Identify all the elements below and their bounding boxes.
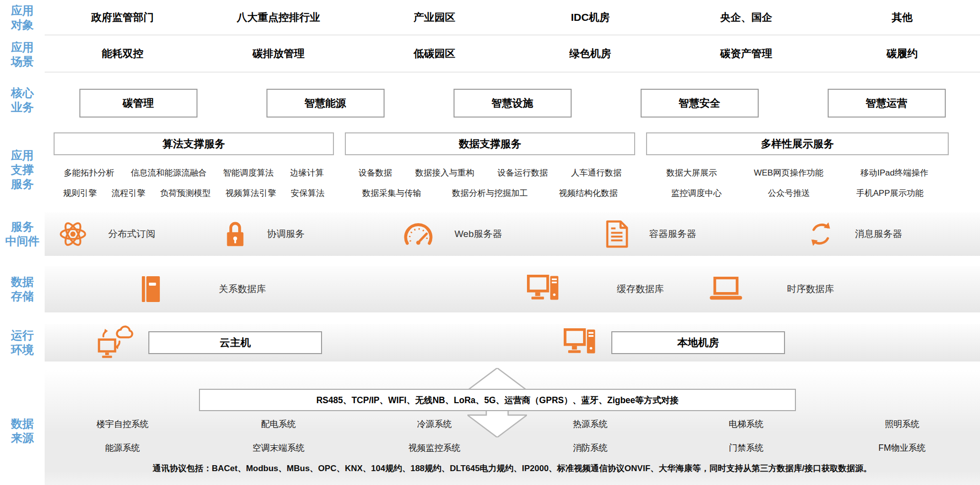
source-system-item: 电梯系统 (668, 418, 824, 430)
layer-label-support-services: 应用支撑服务 (0, 127, 45, 212)
core-business-box: 智慧运营 (828, 89, 946, 118)
middleware-item-distributed-subscription: 分布式订阅 (59, 212, 155, 256)
atom-icon (59, 220, 87, 248)
support-group-title: 算法支撑服务 (54, 132, 334, 155)
core-business-box: 智慧安全 (641, 89, 759, 118)
layer-label-middleware: 服务中间件 (0, 212, 45, 256)
storage-item-relational-db: 关系数据库 (140, 266, 266, 312)
layer-data-storage: 数据存储 关系数据库 缓存数据库 时序数据库 (0, 266, 980, 312)
application-scenario-item: 碳排放管理 (200, 47, 356, 61)
middleware-label: 消息服务器 (855, 228, 902, 241)
gauge-icon (403, 222, 434, 246)
connection-methods-box: RS485、TCP/IP、WIFI、无线NB、LoRa、5G、运营商（GPRS）… (199, 389, 796, 411)
support-item: 手机APP展示功能 (856, 187, 923, 199)
protocol-note: 通讯协议包括：BACet、Modbus、MBus、OPC、KNX、104规约、1… (45, 463, 980, 474)
application-object-item: 央企、国企 (668, 10, 824, 24)
storage-item-cache-db: 缓存数据库 (527, 266, 664, 312)
support-item: 安保算法 (291, 187, 325, 199)
source-system-item: 消防系统 (512, 442, 668, 454)
support-item: 多能拓扑分析 (64, 167, 115, 179)
sync-icon (807, 221, 834, 247)
source-system-item: 视频监控系统 (356, 442, 512, 454)
application-object-item: 政府监管部门 (45, 10, 200, 24)
document-icon (605, 220, 628, 248)
source-system-item: 楼宇自控系统 (45, 418, 200, 430)
middleware-label: 容器服务器 (649, 228, 696, 241)
layer-label-runtime-environment: 运行环境 (0, 324, 45, 362)
core-business-box: 智慧能源 (266, 89, 385, 118)
support-group-title: 数据支撑服务 (345, 132, 635, 155)
support-item: 流程引擎 (112, 187, 145, 199)
layer-label-data-storage: 数据存储 (0, 266, 45, 312)
support-item: 监控调度中心 (671, 187, 721, 199)
source-system-item: 照明系统 (824, 418, 980, 430)
runtime-box-cloud-host: 云主机 (148, 331, 322, 354)
application-object-item: IDC机房 (512, 10, 668, 24)
support-item: 设备运行数据 (497, 167, 548, 179)
layer-support-services: 应用支撑服务 算法支撑服务 多能拓扑分析信息流和能源流融合智能调度算法边缘计算 … (0, 127, 980, 212)
middleware-item-coordination-service: 协调服务 (224, 212, 305, 256)
support-item: 视频结构化数据 (559, 187, 618, 199)
support-item: 视频算法引擎 (225, 187, 276, 199)
support-item: 移动IPad终端操作 (860, 167, 928, 179)
runtime-item-cloud-host: 云主机 (97, 324, 322, 362)
lock-icon (224, 220, 246, 248)
source-system-item: 门禁系统 (668, 442, 824, 454)
desktop-icon (564, 328, 596, 357)
desktop-icon (527, 275, 560, 303)
core-business-box: 智慧设施 (454, 89, 572, 118)
storage-label: 时序数据库 (787, 283, 834, 296)
runtime-item-local-server-room: 本地机房 (564, 324, 785, 362)
layer-middleware: 服务中间件 分布式订阅 协调服务 Web服务器 (0, 212, 980, 256)
layer-label-application-scenarios: 应用场景 (0, 36, 45, 73)
support-group-display: 多样性展示服务 数据大屏展示WEB网页操作功能移动IPad终端操作 监控调度中心… (646, 132, 949, 212)
application-scenario-item: 低碳园区 (356, 47, 512, 61)
source-system-item: FM物业系统 (824, 442, 980, 454)
source-system-item: 能源系统 (45, 442, 200, 454)
support-group-title: 多样性展示服务 (646, 132, 949, 155)
middleware-label: 分布式订阅 (108, 228, 155, 241)
core-business-box: 碳管理 (79, 89, 197, 118)
support-group-algorithm: 算法支撑服务 多能拓扑分析信息流和能源流融合智能调度算法边缘计算 规则引擎流程引… (54, 132, 334, 212)
core-business-list: 碳管理智慧能源智慧设施智慧安全智慧运营 (45, 73, 980, 127)
support-item: 智能调度算法 (223, 167, 274, 179)
laptop-icon (710, 277, 742, 302)
source-system-item: 配电系统 (200, 418, 356, 430)
storage-label: 缓存数据库 (617, 283, 664, 296)
layer-application-scenarios: 应用场景 能耗双控碳排放管理低碳园区绿色机房碳资产管理碳履约 (0, 36, 980, 73)
support-item: 数据分析与挖掘加工 (452, 187, 528, 199)
application-object-item: 产业园区 (356, 10, 512, 24)
support-item: 数据接入与重构 (415, 167, 474, 179)
source-system-item: 热源系统 (512, 418, 668, 430)
application-scenario-item: 碳履约 (824, 47, 980, 61)
layer-label-application-objects: 应用对象 (0, 0, 45, 36)
application-scenario-item: 能耗双控 (45, 47, 200, 61)
application-object-item: 八大重点控排行业 (200, 10, 356, 24)
middleware-item-web-server: Web服务器 (403, 212, 502, 256)
book-icon (140, 275, 162, 303)
cloud-host-icon (97, 325, 133, 360)
middleware-label: Web服务器 (455, 228, 502, 241)
application-scenario-item: 碳资产管理 (668, 47, 824, 61)
layer-label-core-business: 核心业务 (0, 73, 45, 127)
middleware-label: 协调服务 (267, 228, 305, 241)
storage-label: 关系数据库 (219, 283, 266, 296)
application-objects-list: 政府监管部门八大重点控排行业产业园区IDC机房央企、国企其他 (45, 0, 980, 36)
runtime-box-local-server-room: 本地机房 (611, 331, 785, 354)
architecture-diagram: 应用对象 政府监管部门八大重点控排行业产业园区IDC机房央企、国企其他 应用场景… (0, 0, 980, 485)
support-item: 规则引擎 (63, 187, 97, 199)
layer-runtime-environment: 运行环境 云主机 本地机房 (0, 324, 980, 362)
source-systems-row-2: 能源系统空调末端系统视频监控系统消防系统门禁系统FM物业系统 (45, 442, 980, 454)
application-object-item: 其他 (824, 10, 980, 24)
layer-data-sources: 数据来源 RS485、TCP/IP、WIFI、无线NB、LoRa、5G、运营商（… (0, 369, 980, 485)
application-scenarios-list: 能耗双控碳排放管理低碳园区绿色机房碳资产管理碳履约 (45, 36, 980, 73)
layer-core-business: 核心业务 碳管理智慧能源智慧设施智慧安全智慧运营 (0, 73, 980, 127)
layer-label-data-sources: 数据来源 (0, 369, 45, 485)
middleware-item-message-server: 消息服务器 (807, 212, 902, 256)
support-item: 负荷预测模型 (160, 187, 210, 199)
support-item: WEB网页操作功能 (754, 167, 824, 179)
support-item: 数据采集与传输 (362, 187, 421, 199)
application-scenario-item: 绿色机房 (512, 47, 668, 61)
support-item: 边缘计算 (290, 167, 324, 179)
support-item: 公众号推送 (768, 187, 810, 199)
